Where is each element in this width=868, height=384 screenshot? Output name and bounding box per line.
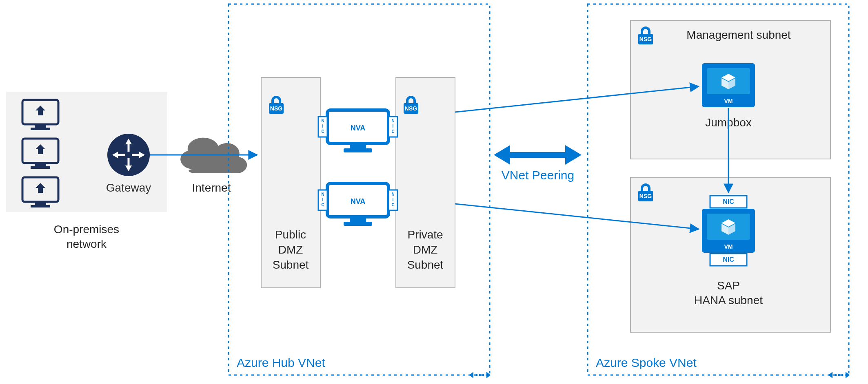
svg-text:N: N [321,192,324,196]
svg-rect-9 [31,205,50,207]
public-dmz-l1: Public [275,228,306,241]
public-dmz-l2: DMZ [278,243,303,256]
nva-label: NVA [351,197,366,205]
hub-vnet-title: Azure Hub VNet [237,356,325,369]
svg-rect-32 [344,222,372,226]
public-dmz-subnet: NSG Public DMZ Subnet [261,77,320,288]
svg-marker-45 [828,372,832,378]
resize-handle-icon [469,372,491,378]
sap-subnet-l1: SAP [717,279,740,292]
nic-label: I [322,124,324,128]
sap-hana-subnet: NSG NIC VM NIC SAP HANA subnet [630,177,830,332]
svg-text:C: C [321,203,324,207]
svg-rect-8 [35,203,46,205]
internet-label: Internet [192,181,231,194]
svg-rect-31 [350,218,366,222]
svg-point-17 [476,374,478,376]
vm-label: VM [724,98,733,104]
svg-text:I: I [393,197,394,202]
nsg-label: NSG [639,193,652,199]
onprem-title-l1: On-premises [54,223,119,236]
nsg-label: NSG [270,105,282,112]
svg-point-48 [841,374,844,376]
svg-rect-3 [31,128,50,130]
onprem-title-l2: network [67,238,107,250]
svg-rect-5 [35,164,46,166]
resize-handle-icon [828,372,850,378]
onprem-network-box: On-premises network [6,92,167,250]
nic-label: N [391,119,394,123]
svg-marker-43 [565,145,582,165]
nsg-label: NSG [405,105,417,112]
svg-marker-16 [469,372,473,378]
nic-label: NIC [723,256,734,263]
svg-marker-42 [494,145,510,165]
nic-label: NIC [723,198,734,205]
nic-label: I [393,124,394,128]
private-dmz-l3: Subnet [407,258,444,271]
jumpbox-vm-icon: VM [702,63,755,107]
nic-label: N [321,119,324,123]
svg-text:N: N [391,192,394,196]
svg-text:C: C [391,203,394,207]
sap-vm-icon: VM [702,209,755,253]
vm-label: VM [724,243,733,250]
nva-label: NVA [351,124,366,132]
private-dmz-subnet: NSG Private DMZ Subnet [396,77,455,288]
private-dmz-l1: Private [407,228,443,241]
sap-subnet-l2: HANA subnet [694,294,763,307]
public-dmz-l3: Subnet [273,258,309,271]
nic-label: C [321,129,324,134]
svg-rect-6 [31,166,50,169]
svg-point-19 [482,374,484,376]
svg-point-47 [838,374,840,376]
nic-label: C [391,129,394,134]
svg-rect-26 [350,144,366,148]
gateway-icon [107,134,150,176]
svg-point-46 [835,374,837,376]
svg-text:I: I [322,197,324,202]
mgmt-subnet-title: Management subnet [686,29,791,41]
spoke-vnet-title: Azure Spoke VNet [596,356,697,369]
private-dmz-l2: DMZ [413,243,438,256]
svg-rect-27 [344,148,372,152]
svg-rect-2 [35,125,46,128]
nva-appliance-icon: NVA N I C N I C [318,183,397,226]
vnet-peering-label: VNet Peering [502,168,574,182]
nva-appliance-icon: NVA N I C N I C [318,110,397,152]
nsg-label: NSG [639,36,652,42]
svg-point-18 [479,374,481,376]
management-subnet: NSG Management subnet VM Jumpbox [630,20,830,159]
vnet-peering-arrow: VNet Peering [494,145,582,182]
gateway-label: Gateway [106,181,151,194]
